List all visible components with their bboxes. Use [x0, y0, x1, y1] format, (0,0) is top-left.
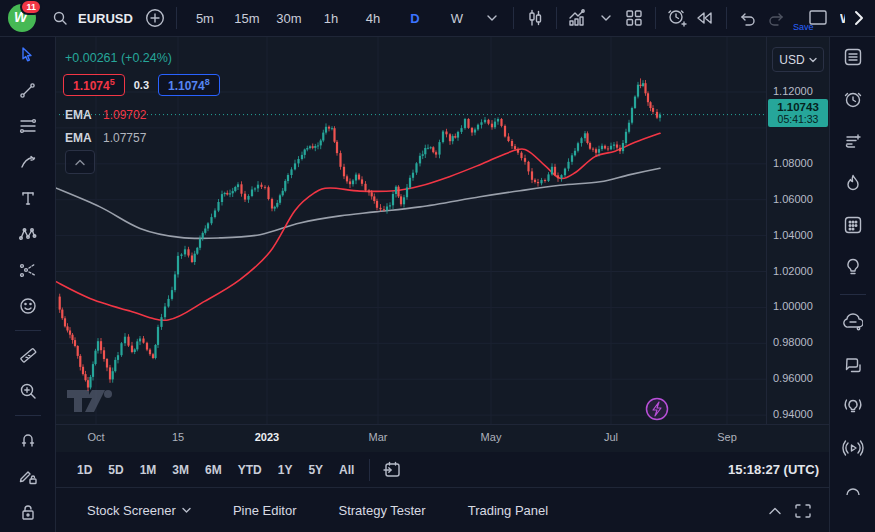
indicators-button[interactable] [564, 4, 592, 32]
public-chats-button[interactable] [839, 308, 867, 336]
broadcast-bulb-icon [842, 396, 864, 416]
layout-title[interactable]: Wealthy Edu [840, 11, 845, 26]
tab-trading-panel[interactable]: Trading Panel [458, 497, 558, 524]
text-tool-button[interactable] [14, 184, 42, 212]
undo-button[interactable] [734, 4, 762, 32]
fib-tool-button[interactable] [14, 112, 42, 140]
calendar-dots-icon [843, 215, 863, 235]
toolbar-separator [726, 7, 727, 29]
private-chats-button[interactable] [839, 350, 867, 378]
time-tick-label: Oct [76, 431, 116, 443]
notification-badge: 11 [20, 0, 42, 15]
create-alert-button[interactable] [663, 4, 691, 32]
timeframe-1d-button[interactable]: D [394, 4, 436, 32]
emoji-smiley-icon [19, 297, 37, 315]
timeframe-4h-button[interactable]: 4h [352, 4, 394, 32]
indicators-menu-button[interactable] [592, 4, 620, 32]
range-5y-button[interactable]: 5Y [300, 459, 331, 481]
chart-style-button[interactable] [521, 4, 549, 32]
range-3m-button[interactable]: 3M [164, 459, 197, 481]
range-1d-button[interactable]: 1D [69, 459, 100, 481]
ema-fast-value: 1.09702 [103, 108, 146, 122]
trend-line-tool-button[interactable] [14, 76, 42, 104]
timeframe-1w-button[interactable]: W [436, 4, 478, 32]
magnet-mode-button[interactable] [14, 426, 42, 454]
timeframe-menu-button[interactable] [478, 4, 506, 32]
forecast-icon [19, 262, 37, 278]
symbol-name[interactable]: EURUSD [78, 11, 133, 26]
calendar-button[interactable] [839, 211, 867, 239]
broker-logo[interactable]: W 11 [8, 4, 36, 32]
lightbulb-icon [843, 257, 863, 277]
compare-add-button[interactable] [141, 4, 169, 32]
ema-legend-row[interactable]: EMA 1.09702 [65, 108, 146, 122]
range-ytd-button[interactable]: YTD [230, 459, 270, 481]
time-tick-label: May [471, 431, 511, 443]
go-to-date-button[interactable] [377, 456, 405, 484]
layout-grid-button[interactable] [620, 4, 648, 32]
ema-legend-row[interactable]: EMA 1.07757 [65, 131, 146, 145]
session-clock[interactable]: 15:18:27 (UTC) [728, 462, 819, 477]
brush-tool-button[interactable] [14, 148, 42, 176]
tab-strategy-tester[interactable]: Strategy Tester [328, 497, 435, 524]
streams-button[interactable] [839, 434, 867, 462]
range-1y-button[interactable]: 1Y [270, 459, 301, 481]
timeframe-5m-button[interactable]: 5m [184, 4, 226, 32]
time-tick-label: Mar [358, 431, 398, 443]
sell-button[interactable]: 1.10745 [63, 74, 125, 96]
price-axis[interactable]: USD 1.10743 05:41:33 1.120001.080001.060… [766, 36, 830, 452]
price-tick-label: 1.04000 [773, 229, 813, 241]
hotlists-button[interactable] [839, 169, 867, 197]
scroll-right-button[interactable] [845, 4, 873, 32]
measure-tool-button[interactable] [14, 341, 42, 369]
alerts-button[interactable] [839, 85, 867, 113]
bid-ask-row: 1.10745 0.3 1.10748 [63, 74, 220, 96]
notifications-button[interactable] [839, 476, 867, 504]
price-tick-label: 0.96000 [773, 372, 813, 384]
watchlist-icon [843, 47, 863, 67]
my-ideas-button[interactable] [839, 253, 867, 281]
bottom-panel-bar: Stock Screener Pine Editor Strategy Test… [55, 487, 829, 532]
tab-stock-screener[interactable]: Stock Screener [77, 497, 201, 524]
panel-maximize-button[interactable] [789, 497, 817, 525]
cursor-tool-button[interactable] [14, 40, 42, 68]
buy-button[interactable]: 1.10748 [158, 74, 220, 96]
trend-line-icon [19, 82, 36, 99]
lock-all-button[interactable] [14, 498, 42, 526]
panel-expand-button[interactable] [761, 497, 789, 525]
zoom-in-tool-button[interactable] [14, 377, 42, 405]
right-sidebar [829, 36, 875, 532]
range-5d-button[interactable]: 5D [100, 459, 131, 481]
watchlist-button[interactable] [839, 43, 867, 71]
drawing-lock-button[interactable] [14, 462, 42, 490]
ideas-stream-button[interactable] [839, 392, 867, 420]
redo-button[interactable] [762, 4, 790, 32]
forecast-tool-button[interactable] [14, 256, 42, 284]
time-axis[interactable]: Oct152023MarMayJulSep [55, 424, 829, 453]
timeframe-1h-button[interactable]: 1h [310, 4, 352, 32]
range-all-button[interactable]: All [331, 459, 362, 481]
cursor-icon [19, 46, 36, 63]
text-notes-button[interactable] [839, 127, 867, 155]
redo-arrow-icon [766, 9, 786, 27]
save-layout-link[interactable]: Save [793, 22, 814, 32]
legend-collapse-button[interactable] [65, 150, 95, 174]
alert-clock-plus-icon [667, 8, 687, 28]
replay-rewind-icon [695, 10, 715, 26]
bar-countdown: 05:41:33 [768, 113, 828, 125]
timeframe-30m-button[interactable]: 30m [268, 4, 310, 32]
bar-replay-button[interactable] [691, 4, 719, 32]
currency-toggle-button[interactable]: USD [772, 47, 824, 72]
timeframe-15m-button[interactable]: 15m [226, 4, 268, 32]
price-tick-label: 0.94000 [773, 408, 813, 420]
tab-pine-editor[interactable]: Pine Editor [223, 497, 307, 524]
alarm-clock-icon [843, 89, 863, 109]
range-6m-button[interactable]: 6M [197, 459, 230, 481]
symbol-search-button[interactable] [46, 4, 74, 32]
pattern-tool-button[interactable] [14, 220, 42, 248]
toolbar-separator [655, 7, 656, 29]
price-tick-label: 1.00000 [773, 300, 813, 312]
xabcd-pattern-icon [19, 226, 37, 242]
emoji-tool-button[interactable] [14, 292, 42, 320]
range-1m-button[interactable]: 1M [132, 459, 165, 481]
